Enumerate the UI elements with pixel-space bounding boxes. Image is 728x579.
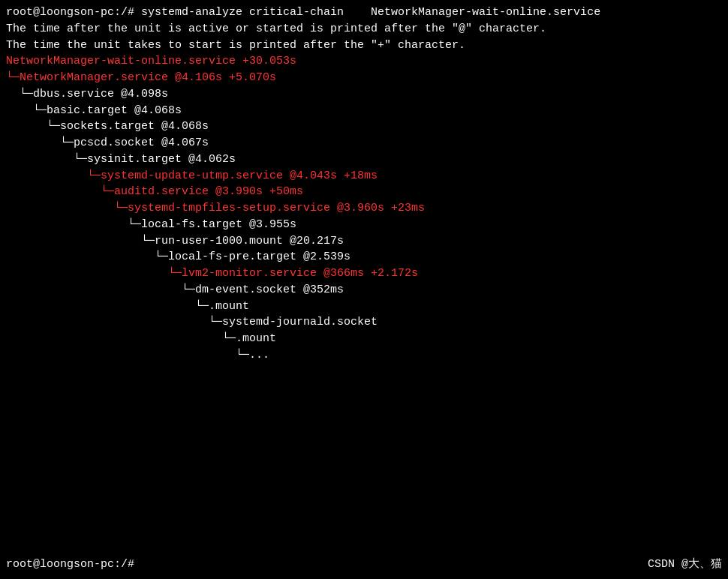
terminal-line: └─systemd-tmpfiles-setup.service @3.960s… — [6, 200, 722, 217]
terminal-line: └─... — [6, 347, 722, 364]
terminal-line: The time the unit takes to start is prin… — [6, 38, 722, 54]
terminal-line: └─basic.target @4.068s — [6, 103, 722, 119]
terminal-line: └─sockets.target @4.068s — [6, 118, 722, 135]
terminal-line: └─auditd.service @3.990s +50ms — [6, 184, 722, 200]
terminal-window: root@loongson-pc:/# systemd-analyze crit… — [6, 4, 722, 574]
bottom-bar: root@loongson-pc:/# CSDN @大、猫 — [6, 556, 722, 573]
terminal-line: └─pcscd.socket @4.067s — [6, 135, 722, 152]
terminal-line: root@loongson-pc:/# systemd-analyze crit… — [6, 4, 722, 21]
terminal-line: NetworkManager-wait-online.service +30.0… — [6, 53, 722, 70]
terminal-line: └─local-fs-pre.target @2.539s — [6, 249, 722, 266]
terminal-line: The time after the unit is active or sta… — [6, 21, 722, 38]
terminal-line: └─.mount — [6, 298, 722, 315]
terminal-line: └─local-fs.target @3.955s — [6, 217, 722, 233]
terminal-line: └─lvm2-monitor.service @366ms +2.172s — [6, 266, 722, 282]
output-area: root@loongson-pc:/# systemd-analyze crit… — [6, 4, 722, 364]
terminal-line: └─.mount — [6, 331, 722, 347]
terminal-line: └─dbus.service @4.098s — [6, 86, 722, 103]
terminal-line: └─systemd-update-utmp.service @4.043s +1… — [6, 168, 722, 184]
bottom-watermark: CSDN @大、猫 — [648, 556, 722, 573]
terminal-line: └─NetworkManager.service @4.106s +5.070s — [6, 70, 722, 86]
terminal-line: └─systemd-journald.socket — [6, 314, 722, 331]
bottom-prompt: root@loongson-pc:/# — [6, 556, 134, 573]
terminal-line: └─dm-event.socket @352ms — [6, 282, 722, 298]
terminal-line: └─sysinit.target @4.062s — [6, 152, 722, 168]
terminal-line: └─run-user-1000.mount @20.217s — [6, 233, 722, 250]
